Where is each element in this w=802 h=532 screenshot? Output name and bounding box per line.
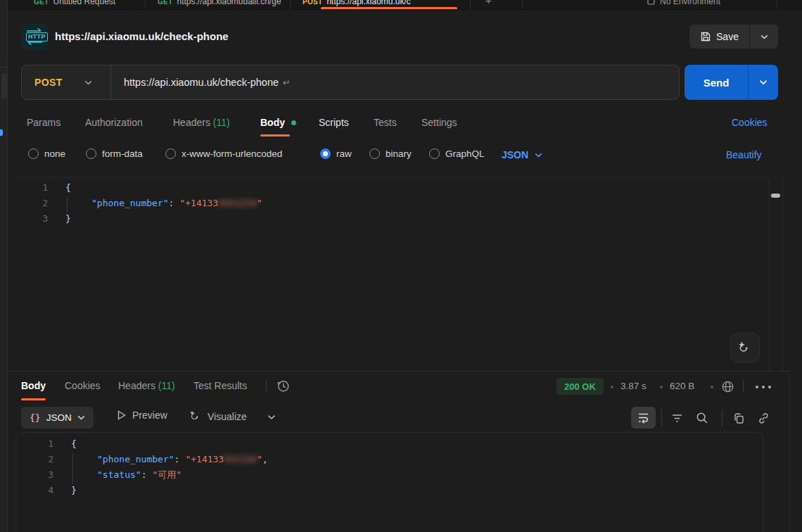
tab-body[interactable]: Body <box>260 117 285 128</box>
cookies-link[interactable]: Cookies <box>732 117 768 128</box>
radio-binary[interactable]: binary <box>369 148 412 159</box>
response-size[interactable]: 620 B <box>670 381 694 391</box>
response-tab-cookies[interactable]: Cookies <box>65 380 101 391</box>
method-badge: GET <box>158 0 172 6</box>
tab-title: https://api.xiaomudaili.cn/ge <box>177 0 281 6</box>
radio-urlencoded[interactable]: x-www-form-urlencoded <box>165 148 282 159</box>
response-body-viewer[interactable]: { "phone_number":"+14133551234", "status… <box>71 436 268 498</box>
postman-app: GETUntitled Request GEThttps://api.xiaom… <box>0 0 802 532</box>
response-tab-body[interactable]: Body <box>21 380 46 391</box>
search-icon[interactable] <box>695 411 709 425</box>
tab-params[interactable]: Params <box>27 117 61 128</box>
code-line: "phone_number":"+14133551234", <box>71 452 268 467</box>
more-options-icon[interactable] <box>754 384 772 390</box>
rail-active-indicator <box>0 129 3 136</box>
request-body-editor[interactable]: { "phone_number":"+141335551234" } <box>65 180 262 227</box>
radio-none[interactable]: none <box>28 148 65 159</box>
separator <box>722 410 723 426</box>
separator <box>661 410 662 426</box>
radio-circle <box>369 148 380 159</box>
chevron-down-icon <box>84 80 92 85</box>
redacted-phone-number: 5551234 <box>218 198 257 208</box>
wrap-text-button[interactable] <box>631 407 656 429</box>
radio-circle <box>429 148 440 159</box>
active-tab-underline <box>21 398 46 400</box>
radio-graphql[interactable]: GraphQL <box>429 148 485 159</box>
wrap-text-icon <box>637 411 650 424</box>
environment-selector[interactable]: No Environment <box>647 0 720 9</box>
tab-separator <box>290 0 291 9</box>
braces-icon: {} <box>30 412 41 423</box>
response-headers-count: (11) <box>158 380 175 391</box>
response-time[interactable]: 3.87 s <box>620 381 647 391</box>
code-line: { <box>65 180 262 196</box>
response-format-selector[interactable]: {} JSON <box>21 407 94 429</box>
http-request-icon: HTTP <box>21 23 48 50</box>
chevron-down-icon <box>77 415 85 420</box>
tab-headers[interactable]: Headers (11) <box>173 117 230 128</box>
chevron-down-icon <box>535 153 542 158</box>
rail-handle[interactable] <box>1 73 7 99</box>
save-button-group: Save <box>689 25 778 49</box>
chevron-down-icon <box>759 80 768 85</box>
request-response-divider[interactable] <box>7 371 789 372</box>
copy-icon[interactable] <box>732 412 746 425</box>
tab-tests[interactable]: Tests <box>374 117 397 128</box>
radio-raw[interactable]: raw <box>320 148 352 159</box>
beautify-link[interactable]: Beautify <box>726 149 762 160</box>
filter-icon[interactable] <box>670 412 684 425</box>
link-icon[interactable] <box>757 412 770 425</box>
redacted-phone-number: 551234 <box>224 454 257 464</box>
code-line: } <box>65 211 262 227</box>
request-title: https://api.xiaomu.uk/check-phone <box>55 30 229 42</box>
editor-scrollbar[interactable] <box>771 194 780 198</box>
postbot-sparkle-icon <box>737 340 753 355</box>
send-button[interactable]: Send <box>685 65 748 100</box>
code-line: { <box>71 436 268 452</box>
environment-icon <box>647 0 655 5</box>
tab-separator <box>145 0 146 9</box>
code-line: "phone_number":"+141335551234" <box>65 196 262 211</box>
body-language-selector[interactable]: JSON <box>502 149 542 160</box>
history-icon[interactable] <box>276 379 291 393</box>
chevron-down-icon <box>760 34 768 39</box>
active-tab-underline <box>321 7 457 9</box>
code-line: } <box>71 483 268 498</box>
request-tab-1[interactable]: GETUntitled Request <box>34 0 115 9</box>
postbot-button[interactable] <box>730 333 760 362</box>
tab-settings[interactable]: Settings <box>421 117 457 128</box>
response-tab-test-results[interactable]: Test Results <box>193 380 247 391</box>
tab-title: https://api.xiaomu.uk/c <box>326 0 410 6</box>
response-tab-headers[interactable]: Headers (11) <box>118 380 175 391</box>
send-options-chevron[interactable] <box>749 65 778 100</box>
save-icon <box>700 31 711 42</box>
request-tab-2[interactable]: GEThttps://api.xiaomudaili.cn/ge <box>158 0 281 9</box>
url-input[interactable]: https://api.xiaomu.uk/check-phone↵ <box>124 77 291 88</box>
rail-divider <box>0 67 7 68</box>
meta-separator-dot <box>611 386 613 388</box>
tab-separator <box>470 0 471 9</box>
tab-scripts[interactable]: Scripts <box>319 117 349 128</box>
meta-separator-dot <box>711 386 713 388</box>
method-selector[interactable]: POST <box>22 77 102 88</box>
headers-count: (11) <box>213 117 230 128</box>
save-options-chevron[interactable] <box>750 25 778 49</box>
save-button[interactable]: Save <box>689 25 749 49</box>
radio-form-data[interactable]: form-data <box>86 148 143 159</box>
expand-chevron-icon[interactable] <box>267 414 276 420</box>
status-badge[interactable]: 200 OK <box>556 378 604 395</box>
preview-button[interactable]: Preview <box>116 410 167 421</box>
new-tab-button[interactable]: + <box>485 0 492 6</box>
tab-separator <box>777 0 777 9</box>
separator <box>266 380 267 393</box>
url-bar: POST https://api.xiaomu.uk/check-phone↵ <box>21 65 680 100</box>
visualize-button[interactable]: Visualize <box>189 410 247 423</box>
globe-icon[interactable] <box>720 379 735 394</box>
radio-circle-selected <box>320 148 331 159</box>
tab-authorization[interactable]: Authorization <box>85 117 143 128</box>
response-line-numbers: 1 2 3 4 <box>14 436 53 498</box>
method-badge: GET <box>34 0 49 6</box>
panel-edge <box>789 373 790 532</box>
panel-edge <box>782 176 783 371</box>
url-bar-divider <box>110 65 111 99</box>
